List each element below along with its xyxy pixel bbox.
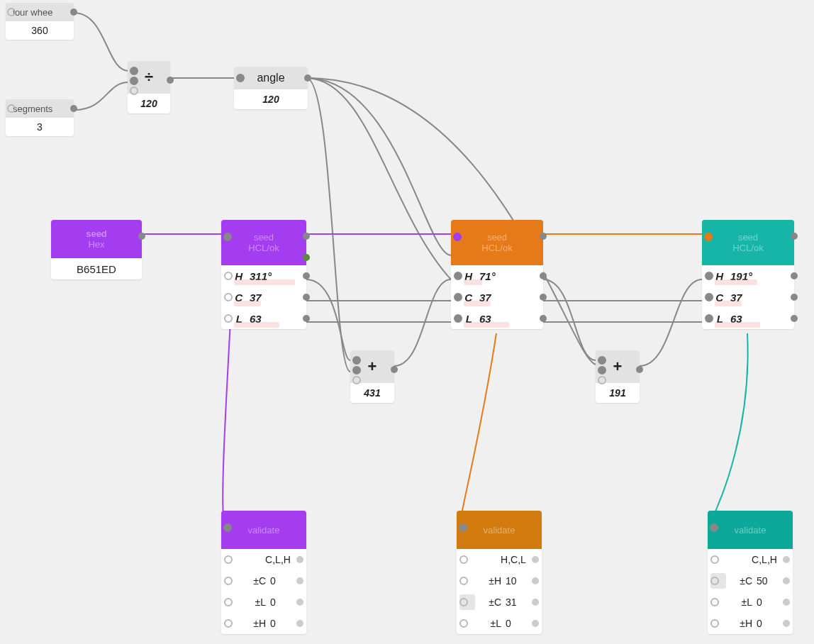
- port-in-b[interactable]: [352, 366, 361, 374]
- port-in[interactable]: [710, 523, 718, 532]
- port-out[interactable]: [532, 577, 539, 584]
- port-out[interactable]: [783, 556, 790, 563]
- port-in[interactable]: [459, 523, 467, 532]
- op-symbol: ÷: [145, 68, 153, 87]
- port-h-out[interactable]: [791, 272, 798, 279]
- port-in[interactable]: [224, 577, 233, 585]
- op-result: 191: [609, 387, 625, 399]
- port-l-out[interactable]: [303, 315, 310, 322]
- input-node-segments[interactable]: segments 3: [6, 99, 74, 136]
- node-title: seed: [86, 228, 107, 239]
- op-label: angle: [257, 72, 284, 84]
- port-out[interactable]: [303, 233, 310, 240]
- op-result: 120: [140, 98, 157, 109]
- port-in[interactable]: [224, 598, 233, 606]
- validate-node-1[interactable]: validate C,L,H ±C0 ±L0 ±H0: [221, 511, 306, 634]
- port-in[interactable]: [710, 555, 719, 564]
- port-in[interactable]: [453, 233, 462, 241]
- seed-hex-node[interactable]: seed Hex B651ED: [51, 220, 142, 279]
- port-alt-out[interactable]: [303, 254, 310, 261]
- node-title: seed: [254, 232, 274, 243]
- port-in[interactable]: [223, 233, 232, 241]
- port-out[interactable]: [783, 577, 790, 584]
- port-l-in[interactable]: [224, 314, 233, 323]
- port-in[interactable]: [224, 619, 233, 628]
- port-out[interactable]: [296, 577, 303, 584]
- port-in-a[interactable]: [352, 356, 361, 365]
- hcl-node-3[interactable]: seed HCL/ok H191° C37 L63: [702, 220, 794, 329]
- port-h-in[interactable]: [224, 272, 233, 280]
- port-out[interactable]: [791, 233, 798, 240]
- port-l-out[interactable]: [791, 315, 798, 322]
- port-out[interactable]: [783, 620, 790, 627]
- port-in-a[interactable]: [598, 356, 606, 365]
- port-out[interactable]: [70, 9, 77, 16]
- port-in[interactable]: [7, 104, 16, 113]
- port-c-in[interactable]: [705, 293, 713, 301]
- port-in-c[interactable]: [130, 87, 138, 95]
- op-node-add-2[interactable]: + 191: [596, 350, 640, 403]
- port-out[interactable]: [783, 599, 790, 606]
- validate-node-3[interactable]: validate C,L,H ±C50 ±L0 ±H0: [708, 511, 793, 634]
- port-c-out[interactable]: [791, 294, 798, 301]
- port-h-out[interactable]: [540, 272, 547, 279]
- port-c-out[interactable]: [303, 294, 310, 301]
- port-out[interactable]: [167, 77, 174, 84]
- port-in[interactable]: [224, 555, 233, 564]
- port-in[interactable]: [710, 619, 719, 628]
- port-out[interactable]: [304, 74, 311, 82]
- port-out[interactable]: [636, 366, 643, 373]
- port-in[interactable]: [459, 619, 468, 628]
- port-c-in[interactable]: [454, 293, 462, 301]
- port-in-b[interactable]: [130, 77, 138, 85]
- port-out[interactable]: [532, 599, 539, 606]
- node-title: seed: [487, 232, 507, 243]
- op-node-angle[interactable]: angle 120: [234, 67, 308, 109]
- port-h-in[interactable]: [454, 272, 462, 280]
- port-in-c[interactable]: [352, 376, 361, 384]
- port-l-in[interactable]: [705, 314, 713, 323]
- connections-layer: [0, 0, 814, 644]
- port-in[interactable]: [710, 577, 719, 585]
- port-out[interactable]: [138, 233, 145, 240]
- port-in[interactable]: [236, 74, 245, 82]
- op-node-divide[interactable]: ÷ 120: [128, 61, 170, 113]
- node-subtitle: HCL/ok: [481, 243, 512, 253]
- port-in-a[interactable]: [130, 67, 138, 75]
- port-out[interactable]: [540, 233, 547, 240]
- op-node-add-1[interactable]: + 431: [350, 350, 394, 403]
- port-out[interactable]: [296, 556, 303, 563]
- port-in[interactable]: [459, 598, 468, 606]
- port-in-b[interactable]: [598, 366, 606, 374]
- op-result: 120: [262, 94, 279, 105]
- port-in[interactable]: [459, 555, 468, 564]
- hcl-node-1[interactable]: seed HCL/ok H311° C37 L63: [221, 220, 306, 329]
- port-out[interactable]: [532, 556, 539, 563]
- port-l-in[interactable]: [454, 314, 462, 323]
- input-node-colour-wheel[interactable]: lour whee 360: [6, 3, 74, 40]
- port-in[interactable]: [7, 8, 16, 16]
- port-in[interactable]: [704, 233, 713, 241]
- port-out[interactable]: [532, 620, 539, 627]
- hcl-node-2[interactable]: seed HCL/ok H71° C37 L63: [451, 220, 543, 329]
- port-h-out[interactable]: [303, 272, 310, 279]
- port-l-out[interactable]: [540, 315, 547, 322]
- port-c-in[interactable]: [224, 293, 233, 301]
- port-in[interactable]: [459, 577, 468, 585]
- port-out[interactable]: [391, 366, 398, 373]
- port-c-out[interactable]: [540, 294, 547, 301]
- node-subtitle: HCL/ok: [732, 243, 763, 253]
- input-label: segments: [13, 104, 52, 114]
- port-in-c[interactable]: [598, 376, 606, 384]
- input-value[interactable]: 3: [37, 121, 43, 133]
- port-in[interactable]: [710, 598, 719, 606]
- port-h-in[interactable]: [705, 272, 713, 280]
- port-out[interactable]: [70, 105, 77, 112]
- hex-value[interactable]: B651ED: [77, 263, 116, 275]
- validate-node-2[interactable]: validate H,C,L ±H10 ±C31 ±L0: [457, 511, 542, 634]
- port-in[interactable]: [223, 523, 232, 532]
- input-value[interactable]: 360: [31, 25, 48, 36]
- node-title: validate: [735, 525, 766, 535]
- port-out[interactable]: [296, 599, 303, 606]
- port-out[interactable]: [296, 620, 303, 627]
